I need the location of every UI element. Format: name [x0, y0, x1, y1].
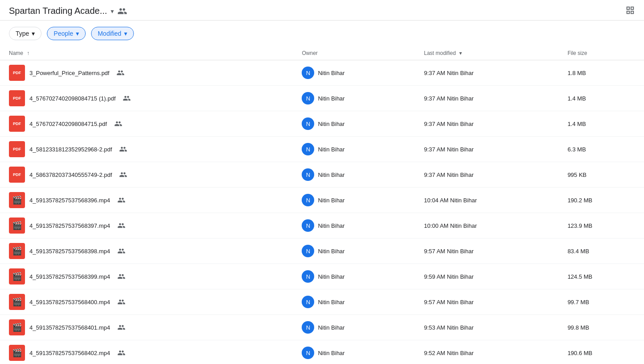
- sort-desc-icon: ▾: [459, 50, 462, 56]
- avatar: N: [302, 347, 314, 359]
- owner-name: Nitin Bihar: [318, 324, 345, 331]
- avatar: N: [302, 168, 314, 181]
- avatar: N: [302, 194, 314, 206]
- column-header-last-modified[interactable]: Last modified ▾: [417, 46, 561, 60]
- owner-name: Nitin Bihar: [318, 273, 345, 280]
- table-row[interactable]: PDF4_5812331812352952968-2.pdfNNitin Bih…: [0, 137, 644, 162]
- avatar: N: [302, 92, 314, 105]
- table-row[interactable]: 🎬4_5913578257537568399.mp4NNitin Bihar9:…: [0, 264, 644, 289]
- owner-cell: NNitin Bihar: [295, 289, 417, 315]
- video-icon: 🎬: [9, 294, 25, 310]
- file-name-text: 4_5913578257537568396.mp4: [29, 197, 110, 204]
- owner-name: Nitin Bihar: [318, 222, 345, 229]
- table-row[interactable]: 🎬4_5913578257537568401.mp4NNitin Bihar9:…: [0, 315, 644, 340]
- owner-cell: NNitin Bihar: [295, 162, 417, 188]
- column-header-file-size[interactable]: File size: [561, 46, 644, 60]
- filter-people[interactable]: People ▾: [47, 27, 86, 40]
- last-modified-cell: 9:57 AM Nitin Bihar: [417, 289, 561, 315]
- sort-asc-icon: ↑: [27, 50, 29, 56]
- last-modified-cell: 9:52 AM Nitin Bihar: [417, 340, 561, 364]
- file-name-text: 4_5913578257537568399.mp4: [29, 273, 110, 280]
- owner-cell: NNitin Bihar: [295, 315, 417, 340]
- header-left: Spartan Trading Acade... ▾: [9, 6, 127, 16]
- owner-cell: NNitin Bihar: [295, 111, 417, 137]
- pdf-icon: PDF: [9, 167, 25, 183]
- shared-icon: [117, 196, 125, 205]
- shared-icon: [117, 349, 125, 357]
- file-table: Name ↑ Owner Last modified ▾ File size P…: [0, 46, 644, 364]
- file-name-cell: PDF3_Powerful_Price_Patterns.pdf: [0, 60, 295, 86]
- owner-cell: NNitin Bihar: [295, 137, 417, 162]
- shared-icon: [114, 120, 122, 128]
- video-icon: 🎬: [9, 268, 25, 285]
- people-icon[interactable]: [117, 6, 127, 16]
- file-size-cell: 124.5 MB: [561, 264, 644, 289]
- file-name-cell: 🎬4_5913578257537568397.mp4: [0, 213, 295, 238]
- file-name-cell: 🎬4_5913578257537568399.mp4: [0, 264, 295, 289]
- header: Spartan Trading Acade... ▾: [0, 0, 644, 21]
- chevron-down-icon: ▾: [76, 30, 79, 37]
- video-icon: 🎬: [9, 243, 25, 259]
- table-row[interactable]: 🎬4_5913578257537568400.mp4NNitin Bihar9:…: [0, 289, 644, 315]
- shared-icon: [119, 145, 127, 154]
- column-header-name[interactable]: Name ↑: [0, 46, 295, 60]
- owner-name: Nitin Bihar: [318, 197, 345, 204]
- dropdown-icon[interactable]: ▾: [111, 8, 114, 15]
- avatar: N: [302, 117, 314, 130]
- file-name-text: 4_5767027402098084715.pdf: [29, 121, 107, 127]
- file-size-cell: 1.4 MB: [561, 111, 644, 137]
- last-modified-cell: 9:37 AM Nitin Bihar: [417, 60, 561, 86]
- owner-name: Nitin Bihar: [318, 70, 345, 76]
- file-name-cell: 🎬4_5913578257537568401.mp4: [0, 315, 295, 340]
- table-row[interactable]: PDF3_Powerful_Price_Patterns.pdfNNitin B…: [0, 60, 644, 86]
- table-row[interactable]: PDF4_5767027402098084715.pdfNNitin Bihar…: [0, 111, 644, 137]
- file-name-cell: PDF4_5812331812352952968-2.pdf: [0, 137, 295, 162]
- chevron-down-icon: ▾: [32, 30, 35, 37]
- file-size-cell: 99.8 MB: [561, 315, 644, 340]
- table-row[interactable]: 🎬4_5913578257537568397.mp4NNitin Bihar10…: [0, 213, 644, 238]
- last-modified-cell: 9:53 AM Nitin Bihar: [417, 315, 561, 340]
- table-row[interactable]: 🎬4_5913578257537568402.mp4NNitin Bihar9:…: [0, 340, 644, 364]
- video-icon: 🎬: [9, 192, 25, 208]
- shared-icon: [116, 69, 125, 77]
- table-row[interactable]: PDF4_5767027402098084715 (1).pdfNNitin B…: [0, 86, 644, 111]
- owner-cell: NNitin Bihar: [295, 264, 417, 289]
- page-title: Spartan Trading Acade...: [9, 6, 107, 16]
- table-row[interactable]: 🎬4_5913578257537568398.mp4NNitin Bihar9:…: [0, 238, 644, 264]
- last-modified-cell: 9:37 AM Nitin Bihar: [417, 86, 561, 111]
- owner-cell: NNitin Bihar: [295, 86, 417, 111]
- avatar: N: [302, 67, 314, 79]
- filter-modified[interactable]: Modified ▾: [91, 27, 134, 40]
- table-row[interactable]: 🎬4_5913578257537568396.mp4NNitin Bihar10…: [0, 188, 644, 213]
- owner-cell: NNitin Bihar: [295, 213, 417, 238]
- video-icon: 🎬: [9, 345, 25, 361]
- shared-icon: [117, 222, 125, 230]
- shared-icon: [117, 272, 125, 281]
- table-header-row: Name ↑ Owner Last modified ▾ File size: [0, 46, 644, 60]
- file-name-text: 4_5913578257537568402.mp4: [29, 350, 110, 356]
- owner-name: Nitin Bihar: [318, 248, 345, 255]
- last-modified-cell: 10:04 AM Nitin Bihar: [417, 188, 561, 213]
- avatar: N: [302, 270, 314, 283]
- owner-cell: NNitin Bihar: [295, 340, 417, 364]
- file-name-text: 4_5913578257537568397.mp4: [29, 222, 110, 229]
- filter-type[interactable]: Type ▾: [9, 27, 42, 40]
- avatar: N: [302, 245, 314, 257]
- shared-icon: [123, 94, 131, 103]
- file-name-text: 4_5767027402098084715 (1).pdf: [29, 95, 116, 102]
- table-row[interactable]: PDF4_5863782037340555749-2.pdfNNitin Bih…: [0, 162, 644, 188]
- owner-name: Nitin Bihar: [318, 350, 345, 356]
- file-name-cell: PDF4_5863782037340555749-2.pdf: [0, 162, 295, 188]
- last-modified-cell: 9:37 AM Nitin Bihar: [417, 162, 561, 188]
- filters-bar: Type ▾ People ▾ Modified ▾: [0, 21, 644, 46]
- last-modified-cell: 9:57 AM Nitin Bihar: [417, 238, 561, 264]
- column-header-owner[interactable]: Owner: [295, 46, 417, 60]
- file-name-text: 3_Powerful_Price_Patterns.pdf: [29, 70, 109, 76]
- shared-icon: [117, 247, 125, 255]
- owner-cell: NNitin Bihar: [295, 60, 417, 86]
- owner-name: Nitin Bihar: [318, 121, 345, 127]
- pdf-icon: PDF: [9, 90, 25, 106]
- file-name-text: 4_5913578257537568401.mp4: [29, 324, 110, 331]
- file-name-cell: PDF4_5767027402098084715.pdf: [0, 111, 295, 137]
- grid-view-icon[interactable]: [625, 5, 635, 17]
